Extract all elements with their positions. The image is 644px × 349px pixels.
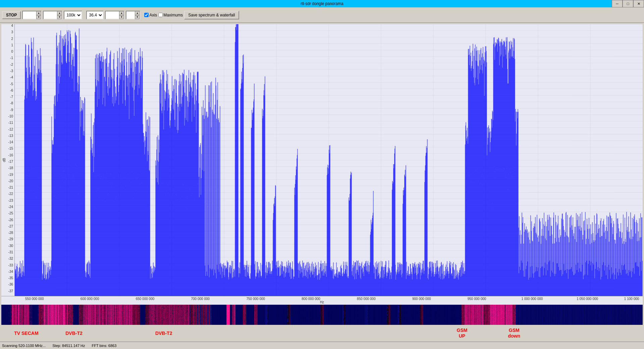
y-label--26: -26 (8, 218, 13, 221)
y-label-4: 4 (11, 24, 13, 28)
y-label--19: -19 (8, 172, 13, 176)
axis-checkbox[interactable] (144, 13, 149, 17)
y-label--35: -35 (8, 276, 13, 280)
y-label--33: -33 (8, 263, 13, 267)
y-label--7: -7 (10, 95, 13, 99)
y-label-0: 0 (11, 50, 13, 53)
main-area: dB 43210-1-2-3-4-5-6-7-8-9-10-11-12-13-1… (0, 23, 644, 349)
y-label--10: -10 (8, 114, 13, 118)
window-controls: ─ □ ✕ (612, 0, 644, 7)
freq-end-arrows: ▲ ▼ (57, 11, 62, 19)
spectrum-canvas (15, 24, 643, 296)
corr-spinbox: 1 ▲ ▼ (126, 11, 140, 19)
db-label: dB (2, 158, 6, 162)
corr-arrows: ▲ ▼ (135, 11, 140, 19)
y-label--4: -4 (10, 76, 13, 79)
y-label--5: -5 (10, 82, 13, 86)
y-label-1: 1 (11, 43, 13, 47)
y-axis: dB 43210-1-2-3-4-5-6-7-8-9-10-11-12-13-1… (1, 24, 15, 296)
titlebar: rtl-sdr dongle panorama ─ □ ✕ (0, 0, 644, 7)
chart-canvas-container (15, 24, 643, 296)
y-label--32: -32 (8, 257, 13, 260)
freq-start-spinbox: 520 ▲ ▼ (22, 11, 42, 19)
y-label--28: -28 (8, 231, 13, 235)
y-label--25: -25 (8, 211, 13, 215)
freq-start-down[interactable]: ▼ (36, 15, 41, 19)
y-label--15: -15 (8, 147, 13, 150)
label-tv-secam: TV SECAM (14, 331, 38, 336)
toolbar: STOP 520 ▲ ▼ 1100 ▲ ▼ 100k 1M 10M 36.4 3… (0, 7, 644, 23)
y-label--23: -23 (8, 198, 13, 202)
freq-end-input[interactable]: 1100 (44, 13, 57, 17)
y-label--3: -3 (10, 69, 13, 73)
freq-end-up[interactable]: ▲ (57, 11, 62, 15)
signal-labels-area: TV SECAM DVB-T2 DVB-T2 GSMUP GSMdown (1, 325, 643, 342)
label-gsm-up: GSMUP (457, 328, 468, 339)
y-label--30: -30 (8, 244, 13, 247)
y-label--16: -16 (8, 153, 13, 157)
y-label--8: -8 (10, 101, 13, 105)
corr-input[interactable]: 1 (126, 13, 135, 17)
scanning-status: Scanning 520-1100 MHz... (2, 344, 46, 348)
close-button[interactable]: ✕ (633, 0, 644, 7)
freq-unit-select[interactable]: 100k 1M 10M (64, 11, 82, 19)
maximize-button[interactable]: □ (623, 0, 633, 7)
fft-info: FFT bins: 6863 (92, 344, 117, 348)
x-label-750: 750 000 000 (246, 297, 265, 301)
axis-label[interactable]: Axis (149, 13, 157, 17)
y-label--12: -12 (8, 127, 13, 131)
freq-start-arrows: ▲ ▼ (36, 11, 41, 19)
fft-label: FFT bins: (92, 344, 107, 348)
y-label--37: -37 (8, 289, 13, 293)
x-label-550: 550 000 000 (25, 297, 44, 301)
freq-end-spinbox: 1100 ▲ ▼ (43, 11, 62, 19)
y-label--21: -21 (8, 186, 13, 189)
y-label--9: -9 (10, 108, 13, 111)
y-label-2: 2 (11, 37, 13, 40)
chart-area: dB 43210-1-2-3-4-5-6-7-8-9-10-11-12-13-1… (1, 24, 643, 296)
statusbar: Scanning 520-1100 MHz... Step: 84511.147… (0, 342, 644, 349)
freq-start-input[interactable]: 520 (23, 13, 36, 17)
step-value: 84511.147 Hz (62, 344, 85, 348)
maximums-checkbox[interactable] (158, 13, 163, 17)
window-title: rtl-sdr dongle panorama (301, 1, 343, 6)
y-label--11: -11 (8, 121, 13, 124)
freq-end-down[interactable]: ▼ (57, 15, 62, 19)
maximums-label[interactable]: Maximums (163, 13, 183, 17)
minimize-button[interactable]: ─ (612, 0, 623, 7)
lna-spinbox: 92 ▲ ▼ (105, 11, 124, 19)
y-label--13: -13 (8, 134, 13, 137)
x-label-650: 650 000 000 (136, 297, 155, 301)
maximums-checkbox-group: Maximums (158, 13, 183, 17)
hz-label: Hz (320, 300, 324, 304)
lna-input[interactable]: 92 (106, 13, 119, 17)
y-label--18: -18 (8, 166, 13, 170)
step-info: Step: 84511.147 Hz (52, 344, 85, 348)
corr-down[interactable]: ▼ (135, 15, 140, 19)
y-label--31: -31 (8, 250, 13, 254)
lna-arrows: ▲ ▼ (119, 11, 124, 19)
stop-button[interactable]: STOP (2, 11, 21, 19)
y-label--22: -22 (8, 192, 13, 196)
x-label-600: 600 000 000 (80, 297, 99, 301)
save-button[interactable]: Save spectrum & waterfall (184, 11, 239, 19)
y-label--6: -6 (10, 88, 13, 92)
x-label-1050: 1 050 000 000 (577, 297, 598, 301)
fft-value: 6863 (108, 344, 116, 348)
label-dvbt2-1: DVB-T2 (65, 331, 83, 336)
label-dvbt2-2: DVB-T2 (155, 331, 172, 336)
x-label-800: 800 000 000 (302, 297, 320, 301)
lna-up[interactable]: ▲ (119, 11, 124, 15)
x-label-900: 900 000 000 (412, 297, 431, 301)
y-label--20: -20 (8, 179, 13, 183)
waterfall-area (1, 305, 643, 325)
y-label--29: -29 (8, 237, 13, 241)
waterfall-canvas (1, 305, 643, 325)
y-label--24: -24 (8, 205, 13, 209)
lna-down[interactable]: ▼ (119, 15, 124, 19)
y-label--2: -2 (10, 62, 13, 66)
x-label-700: 700 000 000 (191, 297, 210, 301)
gain-select[interactable]: 36.4 32.8 29.7 (86, 11, 104, 19)
corr-up[interactable]: ▲ (135, 11, 140, 15)
freq-start-up[interactable]: ▲ (36, 11, 41, 15)
